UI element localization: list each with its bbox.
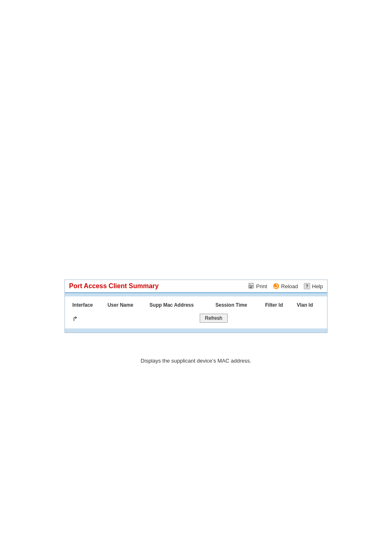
- print-action[interactable]: Print: [248, 283, 267, 289]
- col-username: User Name: [104, 301, 146, 310]
- help-label: Help: [312, 283, 323, 289]
- refresh-button[interactable]: Refresh: [200, 314, 228, 323]
- data-table: Interface User Name Supp Mac Address Ses…: [69, 301, 323, 328]
- panel-header: Port Access Client Summary: [65, 280, 327, 293]
- reload-label: Reload: [281, 283, 298, 289]
- cursor-cell: ↱: [69, 310, 104, 328]
- reload-action[interactable]: Reload: [273, 283, 298, 289]
- help-icon: ?: [304, 283, 310, 289]
- col-vlan-id: Vlan Id: [293, 301, 323, 310]
- col-session-time: Session Time: [212, 301, 262, 310]
- svg-rect-3: [249, 287, 252, 288]
- table-header-row: Interface User Name Supp Mac Address Ses…: [69, 301, 323, 310]
- svg-rect-2: [249, 287, 253, 287]
- refresh-cell-td: Refresh: [104, 310, 323, 328]
- page-container: Port Access Client Summary: [0, 0, 392, 555]
- header-blue-strip: [65, 293, 327, 296]
- table-row-cursor: ↱ Refresh: [69, 310, 323, 328]
- panel-actions: Print Reload: [248, 283, 323, 289]
- panel-title: Port Access Client Summary: [69, 282, 159, 290]
- panel: Port Access Client Summary: [65, 280, 327, 333]
- print-label: Print: [256, 283, 267, 289]
- refresh-cell-div: Refresh: [108, 311, 320, 327]
- col-filter-id: Filter Id: [262, 301, 293, 310]
- panel-footer-strip: [65, 328, 327, 333]
- svg-point-5: [273, 283, 279, 289]
- description-text: Displays the supplicant device’s MAC add…: [65, 358, 327, 364]
- reload-icon: [273, 283, 279, 289]
- help-action[interactable]: ? Help: [304, 283, 323, 289]
- print-icon: [248, 283, 254, 289]
- cursor-icon: ↱: [72, 315, 78, 322]
- col-interface: Interface: [69, 301, 104, 310]
- panel-body: Interface User Name Supp Mac Address Ses…: [65, 296, 327, 328]
- svg-text:?: ?: [306, 284, 308, 289]
- main-content: Port Access Client Summary: [65, 280, 327, 364]
- col-supp-mac: Supp Mac Address: [146, 301, 212, 310]
- svg-rect-4: [250, 284, 251, 285]
